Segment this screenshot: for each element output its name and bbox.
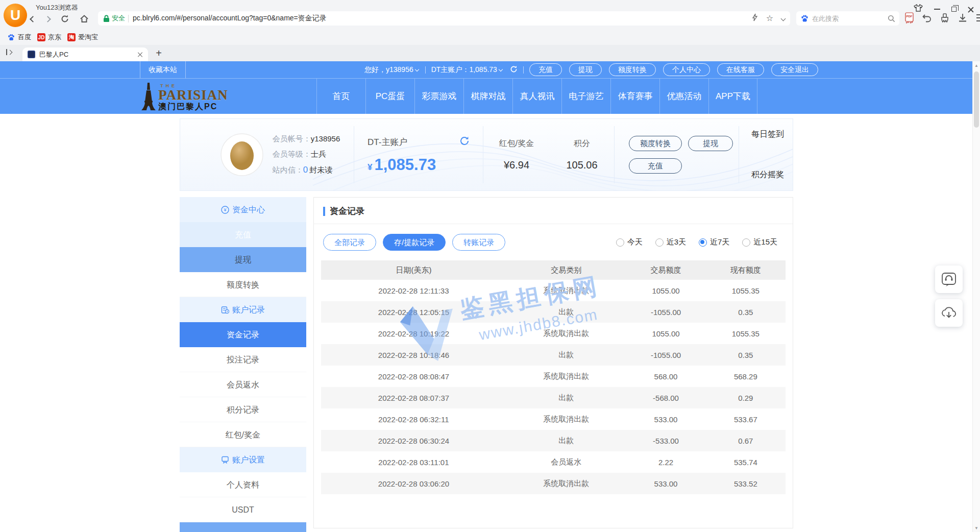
topbar-refresh-icon[interactable] (510, 65, 518, 75)
range-近7天[interactable]: 近7天 (699, 237, 729, 247)
sidebar-item-label: 资金记录 (227, 330, 259, 339)
sidebar-item-会员返水[interactable]: 会员返水 (180, 372, 306, 397)
wallet-dropdown-icon[interactable] (499, 67, 503, 71)
nav-item-彩票游戏[interactable]: 彩票游戏 (414, 79, 463, 114)
cell-date: 2022-02-28 12:05:15 (321, 301, 506, 323)
nav-item-体育赛事[interactable]: 体育赛事 (610, 79, 659, 114)
bookmarks-bar: 百度JD京东淘爱淘宝 (0, 30, 980, 45)
bookmark-item[interactable]: 百度 (7, 33, 31, 42)
reader-lightning-icon[interactable] (752, 13, 758, 23)
app-download-button[interactable] (935, 299, 963, 327)
sidebar-item-资金记录[interactable]: 资金记录 (180, 322, 306, 347)
sidebar-item-账户记录[interactable]: ¥账户记录 (180, 297, 306, 322)
undo-tool-icon[interactable] (922, 13, 932, 25)
back-icon[interactable] (31, 17, 35, 21)
user-dropdown-icon[interactable] (414, 67, 419, 71)
bookmark-item[interactable]: JD京东 (37, 33, 61, 42)
radio-icon[interactable] (699, 238, 707, 247)
profile-field-suffix: 封未读 (309, 165, 332, 174)
reload-icon[interactable] (60, 14, 69, 23)
sidebar-item-label: 额度转换 (227, 280, 259, 289)
svg-text:PDF: PDF (906, 15, 913, 18)
sidebar-item-账户设置[interactable]: 账户设置 (180, 447, 306, 472)
home-icon[interactable] (80, 14, 89, 23)
nav-item-电子游艺[interactable]: 电子游艺 (561, 79, 610, 114)
cleaner-brush-icon[interactable] (940, 13, 950, 25)
card-link-每日签到[interactable]: 每日签到 (751, 129, 793, 140)
browser-chrome: U You123浏览器 安全 pc.blryl6.com/#/personal/… (0, 0, 980, 30)
bookmark-item[interactable]: 淘爱淘宝 (67, 33, 98, 42)
topbar-button-安全退出[interactable]: 安全退出 (771, 63, 818, 76)
customer-service-button[interactable] (935, 265, 963, 293)
tab-parisian[interactable]: 巴黎人PC (22, 47, 148, 61)
radio-icon[interactable] (616, 238, 624, 247)
card-link-积分摇奖[interactable]: 积分摇奖 (751, 170, 793, 180)
new-tab-button[interactable]: + (153, 47, 164, 59)
cell-date: 2022-02-28 06:30:24 (321, 430, 506, 451)
download-tool-icon[interactable] (958, 13, 968, 25)
range-近3天[interactable]: 近3天 (655, 237, 686, 247)
sidebar-item-红包/奖金[interactable]: 红包/奖金 (180, 422, 306, 447)
addressbar-dropdown-icon[interactable] (781, 16, 786, 21)
scroll-up-icon[interactable]: ▲ (973, 61, 980, 69)
restore-button[interactable] (951, 7, 957, 12)
topbar-button-在线客服[interactable]: 在线客服 (717, 63, 764, 76)
card-action-额度转换[interactable]: 额度转换 (629, 136, 682, 151)
skin-shirt-icon[interactable] (914, 4, 923, 14)
menu-hamburger-icon[interactable] (975, 14, 980, 24)
nav-item-APP下载[interactable]: APP下载 (708, 79, 757, 114)
sidebar-panel-toggle-icon[interactable] (6, 49, 12, 55)
close-button[interactable] (968, 6, 974, 12)
forward-icon[interactable] (45, 17, 50, 21)
wallet-refresh-icon[interactable] (459, 136, 470, 149)
pdf-tool-icon[interactable]: PDF (904, 12, 914, 26)
sidebar-item-label: 会员返水 (227, 380, 259, 389)
card-action-充值[interactable]: 充值 (629, 158, 682, 174)
search-input[interactable] (812, 15, 885, 22)
browser-logo: U (4, 4, 27, 27)
range-今天[interactable]: 今天 (616, 237, 643, 247)
topbar-button-个人中心[interactable]: 个人中心 (663, 63, 710, 76)
filter-转账记录[interactable]: 转账记录 (452, 234, 505, 251)
search-magnifier-icon[interactable] (888, 15, 895, 22)
sidebar-item-资金中心[interactable]: ¥资金中心 (180, 197, 306, 222)
card-action-提现[interactable]: 提现 (688, 136, 733, 151)
range-近15天[interactable]: 近15天 (742, 237, 777, 247)
url-text[interactable]: pc.blryl6.com/#/personal/accountLog?tag=… (133, 14, 327, 23)
minimize-button[interactable] (934, 9, 940, 10)
filter-存/提款记录[interactable]: 存/提款记录 (383, 234, 446, 251)
sidebar-item-USDT[interactable]: USDT (180, 497, 306, 522)
radio-icon[interactable] (655, 238, 664, 247)
topbar-button-额度转换[interactable]: 额度转换 (609, 63, 656, 76)
range-label: 今天 (627, 237, 643, 247)
radio-icon[interactable] (742, 238, 750, 247)
sidebar-item-充值[interactable]: 充值 (180, 222, 306, 247)
taobao-icon: 淘 (67, 33, 76, 41)
nav-item-棋牌对战[interactable]: 棋牌对战 (463, 79, 512, 114)
sidebar-item-个人资料[interactable]: 个人资料 (180, 472, 306, 497)
bookmark-star-icon[interactable]: ☆ (766, 14, 773, 22)
nav-item-PC蛋蛋[interactable]: PC蛋蛋 (365, 79, 414, 114)
sidebar-item-积分记录[interactable]: 积分记录 (180, 397, 306, 422)
username[interactable]: y138956 (386, 65, 413, 74)
nav-item-真人视讯[interactable]: 真人视讯 (512, 79, 561, 114)
nav-item-优惠活动[interactable]: 优惠活动 (659, 79, 708, 114)
topbar-button-充值[interactable]: 充值 (529, 63, 562, 76)
page-scrollbar[interactable]: ▲ ▼ (972, 61, 980, 532)
topbar-button-提现[interactable]: 提现 (569, 63, 602, 76)
sidebar-item-提现[interactable]: 提现 (180, 247, 306, 272)
favorite-site-link[interactable]: 收藏本站 (140, 61, 186, 78)
wallet-summary[interactable]: DT主账户：1,085.73 (431, 65, 503, 75)
search-box[interactable] (796, 11, 899, 26)
address-bar[interactable]: 安全 pc.blryl6.com/#/personal/accountLog?t… (98, 11, 790, 26)
scrollbar-thumb[interactable] (974, 71, 979, 128)
filter-全部记录[interactable]: 全部记录 (323, 234, 376, 251)
sidebar-item-额度转换[interactable]: 额度转换 (180, 272, 306, 297)
site-logo[interactable]: THE PARISIAN 澳门巴黎人PC (141, 82, 228, 111)
tab-favicon (28, 51, 35, 58)
tab-close-icon[interactable] (138, 52, 143, 57)
scroll-down-icon[interactable]: ▼ (973, 524, 980, 532)
nav-item-首页[interactable]: 首页 (316, 79, 365, 114)
sidebar-item-投注记录[interactable]: 投注记录 (180, 347, 306, 372)
sidebar-item-cutoff[interactable] (180, 522, 306, 532)
